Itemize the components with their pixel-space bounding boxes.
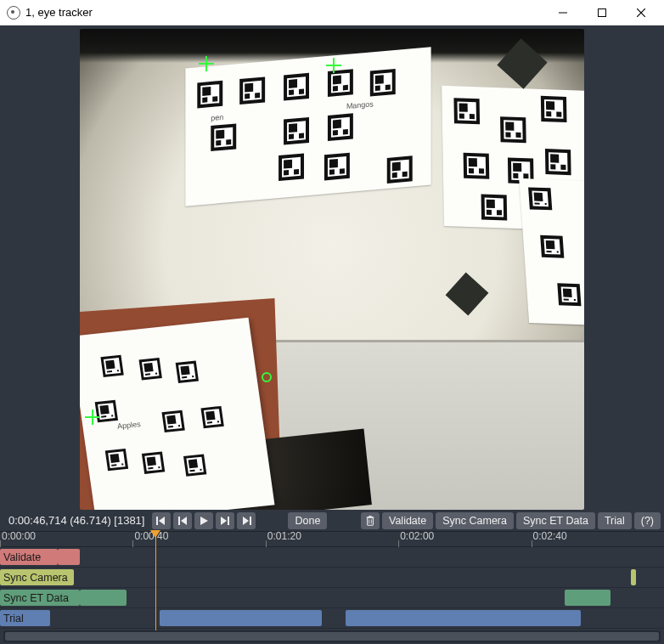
validate-tool-button[interactable]: Validate [382,512,433,529]
minimize-icon [559,8,567,17]
track-segment[interactable] [631,569,636,585]
help-button[interactable]: (?) [634,512,661,529]
goto-start-button[interactable] [152,512,171,529]
step-back-button[interactable] [173,512,192,529]
svg-rect-10 [371,519,372,523]
ruler-tick-label: 0:02:40 [533,530,567,542]
ruler-tick-label: 0:00:00 [2,530,36,542]
app-icon [7,6,20,20]
window-minimize-button[interactable] [543,0,582,25]
ruler-tick-label: 0:00:40 [134,530,168,542]
poster1-label-left: pen [211,113,223,122]
timeline-track-sync_et[interactable]: Sync ET Data [0,588,664,608]
delete-button[interactable] [361,512,380,529]
ruler-tick-label: 0:02:00 [400,530,434,542]
sync-camera-tool-button[interactable]: Sync Camera [436,512,514,529]
trash-icon [365,516,375,526]
trial-tool-button[interactable]: Trial [598,512,632,529]
svg-rect-1 [599,8,606,16]
video-frame: pen Mangos Apples [80,29,584,510]
play-icon [199,516,209,526]
track-header-trial: Trial [0,610,50,626]
timecode-readout: 0:00:46,714 (46.714) [1381] [3,514,149,527]
timeline-scrollbar-thumb[interactable] [5,632,659,641]
step-forward-button[interactable] [216,512,234,529]
video-viewport[interactable]: pen Mangos Apples [0,25,664,510]
svg-rect-0 [559,12,567,13]
track-header-sync_et: Sync ET Data [0,590,80,606]
goto-end-button[interactable] [237,512,256,529]
svg-rect-7 [367,517,374,517]
timeline-track-sync_camera[interactable]: Sync Camera [0,568,664,588]
track-header-sync_camera: Sync Camera [0,569,74,585]
track-segment[interactable] [160,610,323,626]
frame-back-icon [177,516,188,526]
frame-forward-icon [220,516,230,526]
track-segment[interactable] [80,590,127,606]
ruler-tick-label: 0:01:20 [267,530,301,542]
svg-rect-2 [156,517,158,525]
sync-et-tool-button[interactable]: Sync ET Data [516,512,595,529]
track-segment[interactable] [58,549,79,565]
svg-rect-3 [178,517,180,525]
svg-rect-5 [250,517,251,525]
timeline-track-trial[interactable]: Trial [0,608,664,629]
timeline-ruler[interactable]: 0:00:000:00:400:01:200:02:000:02:40 [0,532,664,547]
window-title: 1, eye tracker [25,6,93,19]
track-header-validate: Validate [0,549,58,565]
poster1-label-right: Mangos [346,99,374,110]
transport-bar: 0:00:46,714 (46.714) [1381] Done [0,510,664,531]
svg-rect-9 [369,519,369,523]
done-button[interactable]: Done [288,512,327,529]
close-icon [637,8,645,17]
svg-rect-6 [368,517,374,525]
timeline-scrollbar[interactable] [3,630,661,642]
track-segment[interactable] [565,590,611,606]
svg-rect-8 [369,516,371,517]
play-button[interactable] [194,512,213,529]
maximize-icon [598,8,606,17]
timeline-track-validate[interactable]: Validate [0,547,664,568]
window-close-button[interactable] [622,0,661,25]
svg-rect-4 [228,517,229,525]
window-maximize-button[interactable] [582,0,622,25]
window-titlebar: 1, eye tracker [0,0,664,25]
timeline-panel: 0:00:000:00:400:01:200:02:000:02:40 Vali… [0,531,664,644]
clipboard-label: Apples [116,420,141,431]
skip-back-icon [156,516,166,526]
track-segment[interactable] [346,610,582,626]
skip-forward-icon [241,516,251,526]
